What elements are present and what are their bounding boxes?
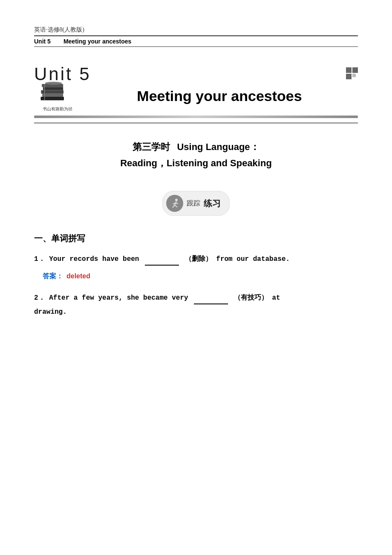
q2-number: 2． [34, 294, 45, 302]
svg-rect-0 [346, 67, 352, 73]
question-2-line2: drawing. [34, 306, 358, 318]
unit-main-title: Meeting your ancestoes [72, 88, 358, 104]
unit-hero: Unit 5 [34, 64, 358, 124]
question-2-line1: 2． After a few years, she became very （有… [34, 292, 358, 304]
q1-number: 1． [34, 255, 45, 263]
svg-rect-2 [346, 74, 352, 79]
section-title-en: Using Language： [177, 142, 259, 152]
section-number-cn: 第三学时 [133, 142, 170, 152]
svg-rect-7 [42, 94, 63, 97]
q1-blank [145, 265, 179, 266]
badge-main-text: 练习 [204, 198, 221, 209]
svg-point-12 [175, 199, 178, 201]
q2-blank [194, 304, 228, 304]
part-one-section: 一、单词拼写 1． Your records have been （删除） fr… [34, 233, 358, 318]
q1-answer-value: deleted [66, 272, 90, 280]
header-bar: Unit 5 Meeting your ancestoes [34, 35, 358, 47]
q1-hint: （删除） [185, 255, 212, 262]
q2-line1-after: at [272, 294, 280, 302]
subtitle-text: 英语·选修8(人教版) [34, 26, 84, 33]
subtitle-area: 英语·选修8(人教版) [34, 26, 358, 34]
q1-answer-block: 答案： deleted [43, 272, 358, 281]
svg-rect-5 [43, 87, 63, 90]
question-2-block: 2． After a few years, she became very （有… [34, 292, 358, 318]
unit-hero-middle: 书山有路勤为径 Meeting your ancestoes [34, 80, 358, 112]
exercise-badge: 跟踪 练习 [162, 191, 230, 216]
page-container: 英语·选修8(人教版) Unit 5 Meeting your ancestoe… [0, 0, 392, 555]
q2-hint: （有技巧） [234, 294, 268, 301]
section-subtitle: Reading，Listening and Speaking [34, 157, 358, 170]
badge-icon [166, 195, 183, 212]
q1-after: from our database. [216, 255, 290, 263]
book-icon-container: 书山有路勤为径 [34, 80, 72, 112]
book-caption: 书山有路勤为径 [43, 106, 72, 112]
exercise-badge-container: 跟踪 练习 [34, 191, 358, 216]
hero-bottom-bar [34, 116, 358, 118]
svg-rect-3 [352, 74, 356, 77]
header-unit-title: Meeting your ancestoes [63, 38, 132, 45]
question-1-text: 1． Your records have been （删除） from our … [34, 253, 358, 266]
svg-rect-1 [352, 67, 358, 73]
badge-prefix-text: 跟踪 [187, 199, 200, 208]
part-one-heading: 一、单词拼写 [34, 233, 358, 244]
question-1-block: 1． Your records have been （删除） from our … [34, 253, 358, 281]
header-unit-label: Unit 5 [34, 38, 51, 45]
q1-before: Your records have been [49, 255, 139, 263]
q2-line1-before: After a few years, she became very [49, 294, 188, 302]
svg-rect-8 [41, 97, 64, 100]
section-title-row1: 第三学时 Using Language： [34, 141, 358, 153]
q1-answer-label: 答案： [43, 272, 63, 280]
corner-icon [346, 67, 358, 79]
section-container: 第三学时 Using Language： Reading，Listening a… [34, 141, 358, 170]
